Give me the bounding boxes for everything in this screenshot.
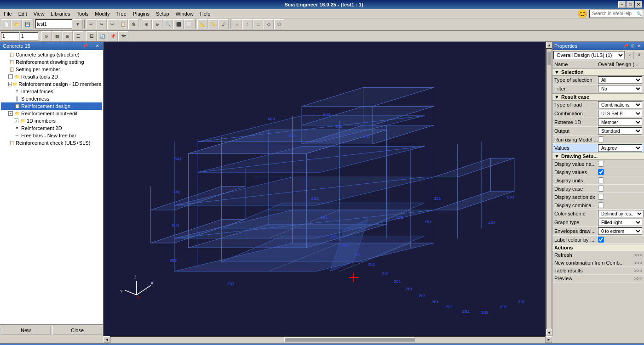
input-field-1[interactable] <box>1 32 19 40</box>
tb-tool-18[interactable]: ⬡ <box>274 19 284 29</box>
hscroll-track[interactable] <box>110 336 546 343</box>
tb-tool-9[interactable]: ⬛ <box>173 19 184 29</box>
left-panel-close[interactable]: ✕ <box>95 44 100 48</box>
minimize-button[interactable]: − <box>618 1 626 8</box>
graph-type-dropdown[interactable]: Filled light <box>598 219 642 226</box>
tree-item-results-tools[interactable]: − 📁 Results tools 2D <box>1 73 102 80</box>
tb2-tool-6[interactable]: 🔄 <box>97 31 107 41</box>
menu-view[interactable]: View <box>31 10 47 17</box>
tb-save[interactable]: 💾 <box>22 19 32 29</box>
preview-button[interactable]: Preview >>> <box>552 275 644 283</box>
hscroll-thumb[interactable] <box>284 337 415 342</box>
prop-btn-2[interactable]: ↺ <box>635 51 643 59</box>
properties-scroll[interactable]: Name Overall Design (... ▼ Selection Typ… <box>552 60 644 336</box>
tb-tool-8[interactable]: 🔍 <box>163 19 173 29</box>
document-name-input[interactable] <box>35 19 72 28</box>
tb-tool-14[interactable]: △ <box>232 19 242 29</box>
new-button[interactable]: New <box>1 326 51 335</box>
table-results-button[interactable]: Table results >>> <box>552 267 644 275</box>
run-using-model-checkbox[interactable] <box>598 136 604 142</box>
reinforcement-design-expand[interactable]: + <box>8 82 12 86</box>
webhelp-search-input[interactable] <box>591 11 637 17</box>
tree-item-reinforcement-2d[interactable]: ≡ Reinforcement 2D <box>1 124 102 132</box>
new-combination-button[interactable]: New combination from Comb... >>> <box>552 259 644 267</box>
tb-tool-4[interactable]: 📋 <box>118 19 128 29</box>
type-of-selection-dropdown[interactable]: All <box>598 76 642 84</box>
tb-tool-10[interactable]: ⬜ <box>184 19 194 29</box>
results-tools-expand[interactable]: − <box>8 74 13 79</box>
right-panel-float[interactable]: ⊞ <box>630 44 636 48</box>
label-colour-checkbox[interactable] <box>598 237 604 243</box>
main-viewport[interactable]: 603 603 603 603 603 603 603 402 402 402 … <box>104 42 552 336</box>
tree-item-reinforcement-drawing[interactable]: 📋 Reinforcement drawing setting <box>1 58 102 66</box>
input-field-2[interactable] <box>20 32 38 40</box>
tree-item-reinforcement-design[interactable]: 📋 Reinforcement design <box>1 102 102 110</box>
refresh-button[interactable]: Refresh >>> <box>552 251 644 259</box>
tb2-tool-8[interactable]: 🗺 <box>118 31 128 41</box>
menu-libraries[interactable]: Libraries <box>48 10 73 17</box>
tree-item-slenderness[interactable]: ║ Slenderness <box>1 95 102 102</box>
menu-tools[interactable]: Tools <box>74 10 92 17</box>
tb-tool-5[interactable]: 🗑 <box>128 19 138 29</box>
user-icon[interactable]: 😊 <box>577 9 587 19</box>
tb-tool-1[interactable]: ↩ <box>86 19 96 29</box>
close-panel-button[interactable]: Close <box>52 326 102 335</box>
tree-item-setting-per-member[interactable]: 📋 Setting per member <box>1 66 102 73</box>
tb-tool-11[interactable]: 📐 <box>197 19 207 29</box>
menu-plugins[interactable]: Plugins <box>130 10 152 17</box>
tb2-tool-3[interactable]: ⊞ <box>63 31 73 41</box>
prop-btn-1[interactable]: ✓ <box>626 51 634 59</box>
vscroll-up[interactable]: ▲ <box>546 42 552 48</box>
tb-tool-15[interactable]: ○ <box>242 19 253 29</box>
tb2-tool-1[interactable]: ⊙ <box>41 31 52 41</box>
tree-item-internal-forces[interactable]: † Internal forces <box>1 88 102 95</box>
tb-tool-13[interactable]: 🖊 <box>218 19 229 29</box>
tb-tool-12[interactable]: 📏 <box>208 19 218 29</box>
vscroll-down[interactable]: ▼ <box>546 329 552 336</box>
menu-modify[interactable]: Modify <box>92 10 112 17</box>
hscroll-right[interactable]: ► <box>546 336 552 343</box>
hscroll-left[interactable]: ◄ <box>104 336 110 343</box>
right-panel-pin[interactable]: 📌 <box>622 44 629 48</box>
display-values-checkbox[interactable] <box>598 169 604 175</box>
tb-tool-6[interactable]: ⊕ <box>142 19 152 29</box>
vscroll-track[interactable] <box>546 48 552 329</box>
tree-item-reinforcement-check[interactable]: 📋 Reinforcement check (ULS+SLS) <box>1 139 102 147</box>
tb-tool-3[interactable]: ✂ <box>107 19 117 29</box>
envelopes-dropdown[interactable]: 0 to extrem <box>598 227 642 235</box>
tb-dropdown[interactable]: ▼ <box>73 19 83 29</box>
tb-open[interactable]: 📂 <box>12 19 22 29</box>
right-panel-close[interactable]: ✕ <box>637 44 642 48</box>
extreme-1d-dropdown[interactable]: Member <box>598 119 642 126</box>
1d-members-expand[interactable]: + <box>14 119 18 123</box>
close-button[interactable]: ✕ <box>635 1 642 8</box>
display-combina-checkbox[interactable] <box>598 202 604 208</box>
tb2-tool-4[interactable]: ☰ <box>73 31 83 41</box>
webhelp-search-icon[interactable]: 🔍 <box>637 11 642 16</box>
menu-file[interactable]: File <box>1 10 15 17</box>
display-value-name-checkbox[interactable] <box>598 161 604 167</box>
viewport-vscrollbar[interactable]: ▲ ▼ <box>546 42 552 336</box>
type-of-load-dropdown[interactable]: Combinations <box>598 101 642 108</box>
tree-item-reinforcement-input[interactable]: + 📁 Reinforcement input+edit <box>1 110 102 117</box>
tree-item-reinforcement-design-group[interactable]: + 📁 Reinforcement design - 1D members <box>1 80 102 88</box>
display-section-dx-checkbox[interactable] <box>598 194 604 200</box>
vscroll-thumb[interactable] <box>547 51 551 65</box>
tb2-tool-2[interactable]: ▦ <box>52 31 62 41</box>
output-dropdown[interactable]: Standard <box>598 127 642 135</box>
tb-new[interactable]: 📄 <box>1 19 11 29</box>
tb-tool-16[interactable]: □ <box>253 19 263 29</box>
tb2-tool-7[interactable]: 📌 <box>108 31 118 41</box>
tree-item-concrete-settings[interactable]: 📋 Concrete settings (structure) <box>1 51 102 58</box>
tb2-tool-5[interactable]: 🖫 <box>86 31 97 41</box>
tb-tool-17[interactable]: ◇ <box>264 19 274 29</box>
left-panel-minimize[interactable]: − <box>90 44 94 48</box>
tb-tool-2[interactable]: ↪ <box>97 19 107 29</box>
display-case-checkbox[interactable] <box>598 186 604 192</box>
design-case-dropdown[interactable]: Overall Design (ULS) (1) <box>553 51 625 59</box>
menu-help[interactable]: Help <box>197 10 213 17</box>
combination-dropdown[interactable]: ULS Set B <box>598 110 642 117</box>
reinforcement-input-expand[interactable]: + <box>8 111 13 116</box>
filter-dropdown[interactable]: No <box>598 85 642 92</box>
menu-window[interactable]: Window <box>173 10 196 17</box>
